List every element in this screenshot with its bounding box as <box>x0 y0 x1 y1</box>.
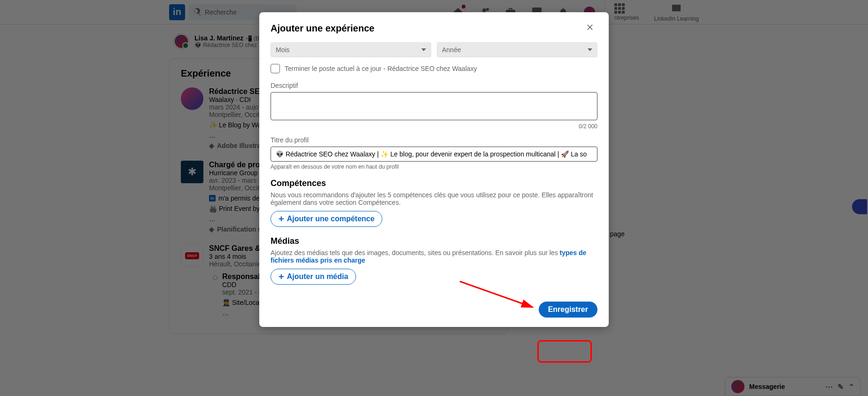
checkbox-label: Terminer le poste actuel à ce jour - Réd… <box>285 65 477 72</box>
year-select[interactable]: Année <box>437 42 597 57</box>
description-label: Descriptif <box>271 82 597 89</box>
plus-icon: + <box>279 214 284 224</box>
profile-title-input[interactable] <box>271 147 597 162</box>
profile-title-help: Apparaît en dessous de votre nom en haut… <box>271 163 597 170</box>
media-description: Ajoutez des médias tels que des images, … <box>271 249 597 264</box>
modal-title: Ajouter une expérience <box>271 23 582 34</box>
add-media-button[interactable]: +Ajouter un média <box>271 269 356 285</box>
char-count: 0/2 000 <box>271 123 597 130</box>
skills-description: Nous vous recommandons d'ajouter les 5 c… <box>271 191 597 206</box>
skills-heading: Compétences <box>271 179 597 188</box>
close-button[interactable] <box>582 21 597 36</box>
add-skill-button[interactable]: +Ajouter une compétence <box>271 211 382 227</box>
media-heading: Médias <box>271 236 597 246</box>
save-button[interactable]: Enregistrer <box>539 302 597 318</box>
end-current-checkbox[interactable] <box>271 64 280 73</box>
add-experience-modal: Ajouter une expérience Mois Année Termin… <box>259 12 609 327</box>
month-select[interactable]: Mois <box>271 42 431 57</box>
chevron-down-icon <box>588 48 592 51</box>
plus-icon: + <box>279 272 284 281</box>
close-icon <box>585 23 595 32</box>
description-textarea[interactable] <box>271 92 597 120</box>
profile-title-label: Titre du profil <box>271 136 597 144</box>
chevron-down-icon <box>421 48 426 51</box>
